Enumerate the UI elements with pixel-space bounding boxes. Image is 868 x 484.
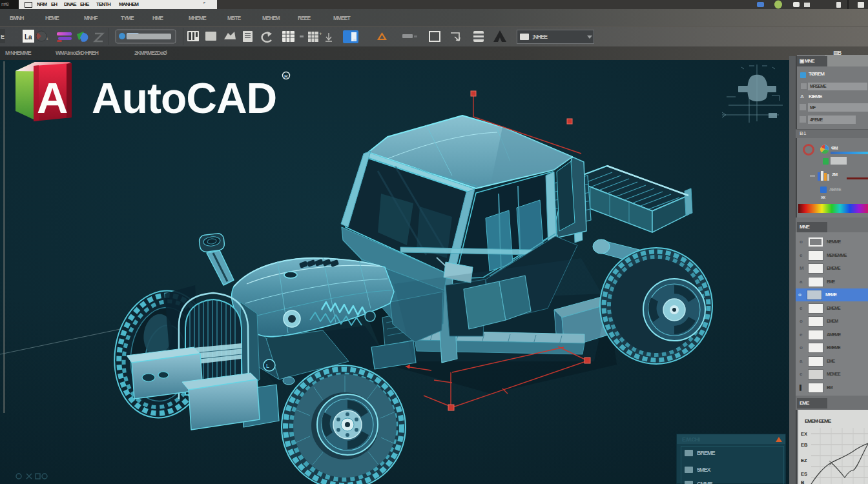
svg-text:La: La — [25, 34, 32, 41]
svg-text:ES: ES — [801, 471, 807, 477]
svg-text:EZ: EZ — [801, 458, 807, 463]
svg-text:R: R — [284, 74, 288, 79]
svg-text:+: + — [319, 31, 322, 37]
svg-text:EB: EB — [801, 442, 808, 448]
svg-text:E: E — [1, 34, 5, 40]
svg-text:L: L — [266, 363, 269, 369]
svg-text:EMEM·EEME: EMEM·EEME — [805, 418, 832, 424]
svg-text:AutoCAD: AutoCAD — [92, 74, 276, 122]
svg-text:A: A — [37, 74, 68, 122]
svg-text:+: + — [46, 37, 48, 41]
svg-text:EX: EX — [801, 431, 807, 437]
svg-text:B: B — [801, 479, 805, 484]
